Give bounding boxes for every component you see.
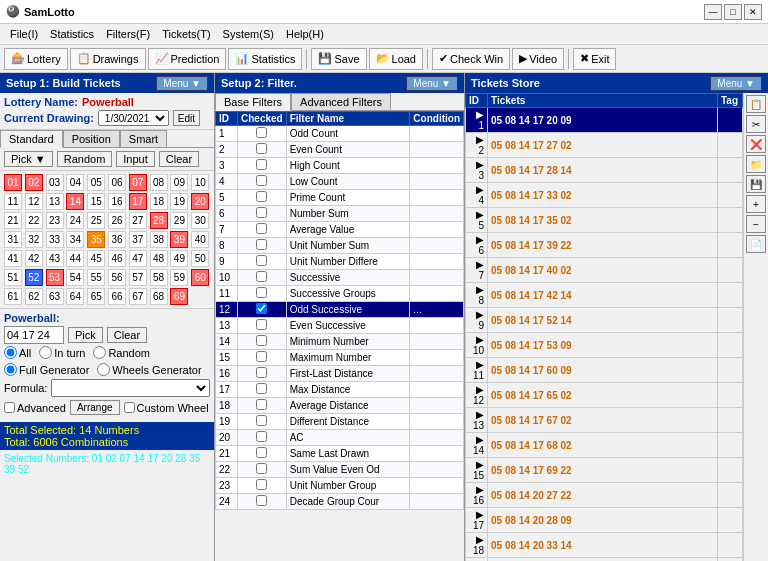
prediction-button[interactable]: 📈 Prediction [148, 48, 227, 70]
filter-row[interactable]: 19 Different Distance [216, 414, 464, 430]
tickets-table-wrap[interactable]: ID Tickets Tag ▶ 1 05 08 14 17 20 09 ▶ 2… [465, 93, 743, 561]
number-cell-24[interactable]: 24 [66, 212, 84, 229]
ticket-row[interactable]: ▶ 15 05 08 14 17 69 22 [466, 458, 743, 483]
number-cell-11[interactable]: 11 [4, 193, 22, 210]
filter-checkbox-cell[interactable] [238, 478, 287, 494]
number-cell-58[interactable]: 58 [150, 269, 168, 286]
ticket-row[interactable]: ▶ 4 05 08 14 17 33 02 [466, 183, 743, 208]
video-button[interactable]: ▶ Video [512, 48, 564, 70]
filter-checkbox[interactable] [256, 415, 267, 426]
menu-help[interactable]: Help(H) [280, 26, 330, 42]
number-cell-36[interactable]: 36 [108, 231, 126, 248]
number-cell-55[interactable]: 55 [87, 269, 105, 286]
filter-row[interactable]: 18 Average Distance [216, 398, 464, 414]
number-cell-51[interactable]: 51 [4, 269, 22, 286]
filter-row[interactable]: 13 Even Successive [216, 318, 464, 334]
number-cell-23[interactable]: 23 [46, 212, 64, 229]
filter-checkbox[interactable] [256, 207, 267, 218]
filter-checkbox[interactable] [256, 399, 267, 410]
number-cell-08[interactable]: 08 [150, 174, 168, 191]
number-cell-29[interactable]: 29 [170, 212, 188, 229]
filter-row[interactable]: 15 Maximum Number [216, 350, 464, 366]
number-cell-48[interactable]: 48 [150, 250, 168, 267]
ticket-row[interactable]: ▶ 10 05 08 14 17 53 09 [466, 333, 743, 358]
number-cell-34[interactable]: 34 [66, 231, 84, 248]
number-cell-28[interactable]: 28 [150, 212, 168, 229]
menu-filters[interactable]: Filters(F) [100, 26, 156, 42]
number-cell-52[interactable]: 52 [25, 269, 43, 286]
filter-row[interactable]: 5 Prime Count [216, 190, 464, 206]
number-cell-32[interactable]: 32 [25, 231, 43, 248]
number-cell-62[interactable]: 62 [25, 288, 43, 305]
filter-checkbox-cell[interactable] [238, 318, 287, 334]
lottery-button[interactable]: 🎰 Lottery [4, 48, 68, 70]
number-cell-60[interactable]: 60 [191, 269, 209, 286]
number-cell-20[interactable]: 20 [191, 193, 209, 210]
advanced-checkbox[interactable]: Advanced [4, 402, 66, 414]
number-cell-06[interactable]: 06 [108, 174, 126, 191]
menu-system[interactable]: System(S) [217, 26, 280, 42]
input-button[interactable]: Input [116, 151, 154, 167]
filter-checkbox-cell[interactable] [238, 302, 287, 318]
ticket-row[interactable]: ▶ 13 05 08 14 17 67 02 [466, 408, 743, 433]
custom-wheel-checkbox[interactable]: Custom Wheel [124, 402, 209, 414]
ticket-row[interactable]: ▶ 6 05 08 14 17 39 22 [466, 233, 743, 258]
number-cell-56[interactable]: 56 [108, 269, 126, 286]
number-cell-54[interactable]: 54 [66, 269, 84, 286]
filter-checkbox-cell[interactable] [238, 366, 287, 382]
number-cell-04[interactable]: 04 [66, 174, 84, 191]
filter-checkbox-cell[interactable] [238, 414, 287, 430]
filter-checkbox-cell[interactable] [238, 350, 287, 366]
filter-row[interactable]: 23 Unit Number Group [216, 478, 464, 494]
filter-checkbox[interactable] [256, 367, 267, 378]
statistics-button[interactable]: 📊 Statistics [228, 48, 302, 70]
number-cell-19[interactable]: 19 [170, 193, 188, 210]
filter-row[interactable]: 21 Same Last Drawn [216, 446, 464, 462]
ticket-row[interactable]: ▶ 19 05 08 14 20 35 14 [466, 558, 743, 562]
ticket-row[interactable]: ▶ 14 05 08 14 17 68 02 [466, 433, 743, 458]
arrange-button[interactable]: Arrange [70, 400, 120, 415]
number-cell-27[interactable]: 27 [129, 212, 147, 229]
ticket-row[interactable]: ▶ 11 05 08 14 17 60 09 [466, 358, 743, 383]
setup2-menu-button[interactable]: Menu ▼ [406, 76, 458, 91]
number-cell-44[interactable]: 44 [66, 250, 84, 267]
page-icon[interactable]: 📄 [746, 235, 766, 253]
drawing-date-select[interactable]: 1/30/2021 [98, 110, 169, 126]
number-cell-65[interactable]: 65 [87, 288, 105, 305]
filter-checkbox[interactable] [256, 191, 267, 202]
filter-row[interactable]: 17 Max Distance [216, 382, 464, 398]
number-cell-09[interactable]: 09 [170, 174, 188, 191]
delete-icon[interactable]: ❌ [746, 135, 766, 153]
tab-position[interactable]: Position [63, 130, 120, 147]
filter-row[interactable]: 16 First-Last Distance [216, 366, 464, 382]
number-cell-31[interactable]: 31 [4, 231, 22, 248]
number-cell-61[interactable]: 61 [4, 288, 22, 305]
filter-checkbox-cell[interactable] [238, 190, 287, 206]
filter-checkbox-cell[interactable] [238, 462, 287, 478]
menu-tickets[interactable]: Tickets(T) [156, 26, 216, 42]
powerball-pick-button[interactable]: Pick [68, 327, 103, 343]
load-button[interactable]: 📂 Load [369, 48, 423, 70]
number-cell-41[interactable]: 41 [4, 250, 22, 267]
number-cell-46[interactable]: 46 [108, 250, 126, 267]
filter-checkbox-cell[interactable] [238, 254, 287, 270]
powerball-clear-button[interactable]: Clear [107, 327, 147, 343]
number-cell-53[interactable]: 53 [46, 269, 64, 286]
number-cell-59[interactable]: 59 [170, 269, 188, 286]
filter-checkbox-cell[interactable] [238, 398, 287, 414]
filter-checkbox[interactable] [256, 239, 267, 250]
ticket-row[interactable]: ▶ 9 05 08 14 17 52 14 [466, 308, 743, 333]
filter-checkbox[interactable] [256, 447, 267, 458]
filter-checkbox-cell[interactable] [238, 430, 287, 446]
number-cell-68[interactable]: 68 [150, 288, 168, 305]
clear-button[interactable]: Clear [159, 151, 199, 167]
powerball-input[interactable] [4, 326, 64, 344]
maximize-button[interactable]: □ [724, 4, 742, 20]
filter-checkbox[interactable] [256, 479, 267, 490]
ticket-row[interactable]: ▶ 12 05 08 14 17 65 02 [466, 383, 743, 408]
pick-button[interactable]: Pick ▼ [4, 151, 53, 167]
number-cell-45[interactable]: 45 [87, 250, 105, 267]
filter-table-wrap[interactable]: ID Checked Filter Name Condition 1 Odd C… [215, 111, 464, 561]
filter-checkbox[interactable] [256, 335, 267, 346]
filter-row[interactable]: 1 Odd Count [216, 126, 464, 142]
